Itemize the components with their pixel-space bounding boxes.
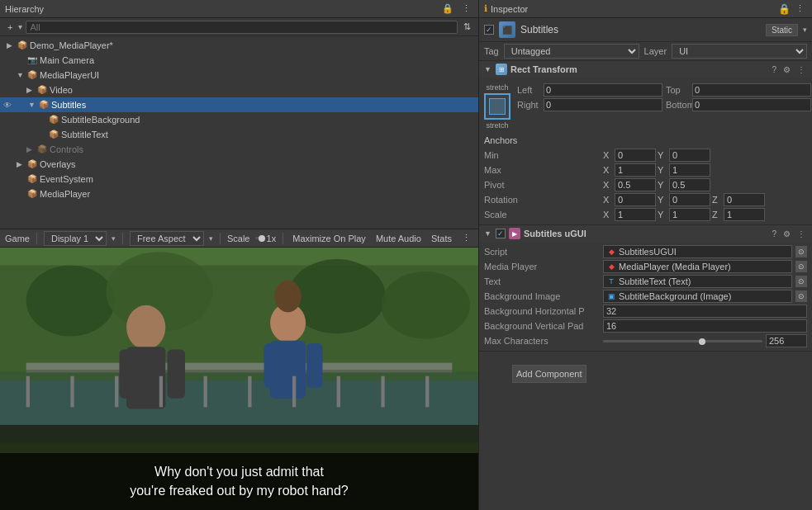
tree-item-demo[interactable]: ▶ 📦 Demo_MediaPlayer*: [0, 38, 478, 53]
left-input[interactable]: [544, 83, 662, 97]
subtitles-ugui-header[interactable]: ▼ ✓ ▶ Subtitles uGUI ? ⚙ ⋮: [479, 225, 812, 242]
subtitles-ugui-icon: ▶: [509, 228, 520, 239]
tree-item-controls[interactable]: ▶ 📦 Controls: [0, 142, 478, 157]
media-player-label: Media Player: [484, 262, 600, 272]
anchors-min-x-input[interactable]: [615, 149, 656, 162]
hierarchy-search-input[interactable]: [26, 21, 458, 34]
rect-transform-settings-btn[interactable]: ⚙: [781, 64, 792, 75]
scale-group: X Y Z: [603, 208, 807, 221]
anchors-max-y-input[interactable]: [669, 163, 710, 177]
bg-vert-input[interactable]: [603, 319, 807, 333]
tree-item-camera[interactable]: 📷 Main Camera: [0, 53, 478, 68]
tree-item-ui[interactable]: ▼ 📦 MediaPlayerUI: [0, 68, 478, 83]
media-player-picker-btn[interactable]: ⊙: [795, 261, 807, 272]
add-component-button[interactable]: Add Component: [512, 365, 586, 383]
max-chars-label: Max Characters: [484, 336, 600, 346]
scale-z-input[interactable]: [724, 208, 765, 221]
subtitles-ugui-menu-btn[interactable]: ⋮: [795, 229, 807, 239]
svg-rect-7: [26, 363, 453, 371]
tree-item-video[interactable]: ▶ 📦 Video: [0, 83, 478, 97]
stats-btn[interactable]: Stats: [429, 233, 454, 244]
inspector-header: ℹ Inspector 🔒 ⋮: [479, 0, 812, 18]
scale-prop-label: Scale: [484, 210, 600, 220]
inspector-lock-btn[interactable]: 🔒: [776, 2, 793, 16]
subtitles-ugui-help-btn[interactable]: ?: [770, 229, 778, 239]
svg-point-3: [26, 265, 115, 336]
add-component-label: Add Component: [516, 369, 582, 379]
rect-transform-menu-btn[interactable]: ⋮: [795, 64, 807, 75]
tree-label-overlays: Overlays: [40, 159, 75, 169]
rect-transform-body: stretch stretch Left Top: [479, 78, 812, 224]
tree-item-subtitles[interactable]: 👁 ▼ 📦 Subtitles: [0, 97, 478, 112]
game-viewport: Why don't you just admit that you're fre…: [0, 248, 478, 510]
rect-transform-header[interactable]: ▼ ⊞ Rect Transform ? ⚙ ⋮: [479, 61, 812, 78]
tree-item-subtitlebg[interactable]: 📦 SubtitleBackground: [0, 112, 478, 127]
max-chars-input[interactable]: [766, 334, 807, 347]
bottom-input[interactable]: [692, 98, 811, 111]
scale-y-input[interactable]: [669, 208, 710, 221]
rotation-z-label: Z: [712, 195, 722, 205]
tree-icon-demo: 📦: [17, 40, 28, 51]
rect-transform-icon: ⊞: [496, 64, 507, 75]
layer-select[interactable]: UI: [672, 44, 807, 59]
svg-rect-26: [337, 376, 340, 408]
static-button[interactable]: Static: [766, 24, 798, 36]
svg-rect-22: [159, 376, 163, 408]
media-player-ref: ◆ MediaPlayer (Media Player): [603, 260, 792, 273]
tree-icon-camera: 📷: [26, 54, 38, 66]
bg-image-picker-btn[interactable]: ⊙: [795, 290, 807, 302]
bg-horiz-input[interactable]: [603, 305, 807, 318]
game-menu-btn[interactable]: ⋮: [459, 232, 473, 244]
pivot-y-input[interactable]: [669, 178, 710, 191]
svg-rect-25: [292, 376, 296, 408]
tree-item-subtitletext[interactable]: 📦 SubtitleText: [0, 127, 478, 142]
subtitles-ugui-body: Script ◆ SubtitlesUGUI ⊙ Media Player ◆ …: [479, 242, 812, 351]
left-panel: Hierarchy 🔒 ⋮ + ▾ ⇅ ▶ 📦 Demo_MediaPlayer…: [0, 0, 479, 510]
rotation-z-input[interactable]: [724, 193, 765, 206]
scale-slider[interactable]: [255, 237, 262, 239]
anchors-min-y-input[interactable]: [669, 149, 710, 162]
tree-item-eventsystem[interactable]: 📦 EventSystem: [0, 172, 478, 187]
rotation-x-label: X: [603, 195, 613, 205]
hierarchy-sort-btn[interactable]: ⇅: [461, 21, 473, 33]
bg-image-label: Background Image: [484, 291, 600, 301]
aspect-select[interactable]: Free Aspect: [130, 231, 204, 246]
hierarchy-add-arrow: ▾: [18, 22, 22, 31]
hierarchy-lock-btn[interactable]: 🔒: [439, 2, 456, 15]
rect-transform-help-btn[interactable]: ?: [770, 64, 778, 75]
tag-select[interactable]: Untagged: [504, 44, 639, 59]
subtitle-line2: you're freaked out by my robot hand?: [17, 482, 462, 500]
subtitles-ugui-settings-btn[interactable]: ⚙: [781, 229, 792, 239]
inspector-menu-btn[interactable]: ⋮: [793, 2, 807, 15]
svg-rect-17: [306, 343, 322, 388]
tree-arrow-video: ▶: [26, 86, 36, 94]
hierarchy-menu-btn[interactable]: ⋮: [459, 2, 473, 15]
top-input[interactable]: [692, 83, 811, 97]
tree-icon-subtitlebg: 📦: [48, 114, 59, 125]
anchors-max-x-input[interactable]: [615, 163, 656, 177]
max-chars-slider[interactable]: [603, 340, 762, 342]
rotation-y-input[interactable]: [669, 193, 710, 206]
svg-point-14: [274, 281, 301, 313]
hierarchy-add-btn[interactable]: +: [5, 21, 15, 33]
tree-item-overlays[interactable]: ▶ 📦 Overlays: [0, 157, 478, 172]
top-cell: Top: [666, 83, 811, 97]
right-input[interactable]: [544, 98, 662, 111]
tree-item-mediaplayer[interactable]: 📦 MediaPlayer: [0, 187, 478, 201]
maximize-btn[interactable]: Maximize On Play: [290, 233, 368, 244]
script-label: Script: [484, 247, 600, 257]
bg-horiz-label: Background Horizontal P: [484, 306, 600, 316]
stretch-box[interactable]: [484, 93, 510, 120]
tree-label-controls: Controls: [50, 144, 83, 154]
pivot-x-input[interactable]: [615, 178, 656, 191]
toolbar-separator-2: [122, 233, 123, 244]
subtitles-ugui-enabled[interactable]: ✓: [496, 229, 506, 238]
display-select[interactable]: Display 1: [44, 231, 107, 246]
object-enabled-checkbox[interactable]: ✓: [484, 25, 494, 35]
rotation-x-input[interactable]: [615, 193, 656, 206]
mute-btn[interactable]: Mute Audio: [373, 233, 424, 244]
script-picker-btn[interactable]: ⊙: [795, 246, 807, 257]
text-picker-btn[interactable]: ⊙: [795, 276, 807, 287]
text-ref: T SubtitleText (Text): [603, 275, 792, 288]
scale-x-input[interactable]: [615, 208, 656, 221]
